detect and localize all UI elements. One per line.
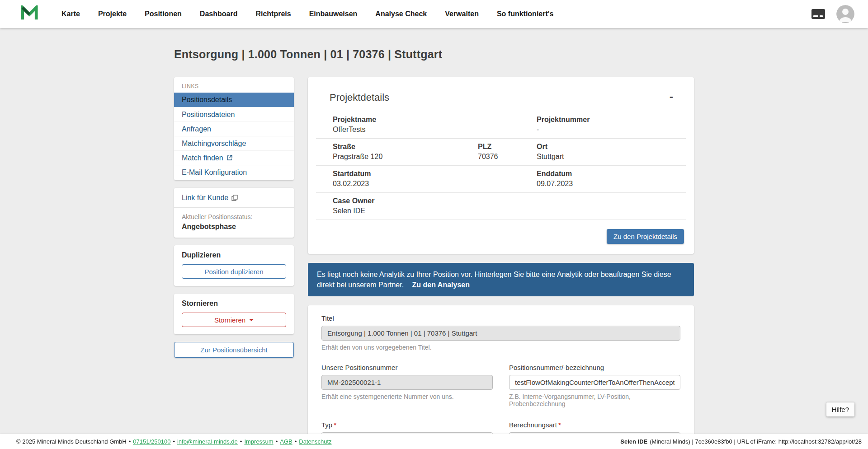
position-status-value: Angebotsphase [182, 223, 286, 231]
separator: • [173, 438, 175, 445]
stornieren-button[interactable]: Stornieren [182, 313, 286, 327]
sidebar-item-label: Positionsdetails [182, 96, 232, 104]
nav-item-einbauweisen[interactable]: Einbauweisen [309, 10, 358, 18]
zu-den-analysen-link[interactable]: Zu den Analysen [412, 281, 470, 289]
nav-item-so-funktionierts[interactable]: So funktioniert's [497, 10, 554, 18]
footer-impressum-link[interactable]: Impressum [244, 438, 273, 445]
positionsnummer-input[interactable] [321, 375, 493, 390]
main-panel: Projektdetails - Projektname OfferTests … [308, 77, 694, 449]
separator: • [295, 438, 297, 445]
user-avatar[interactable] [836, 5, 854, 23]
field-value: 70376 [478, 153, 537, 161]
berechnungsart-label-text: Berechnungsart [509, 421, 557, 429]
topbar-actions [811, 5, 854, 23]
field-value: OfferTests [333, 126, 478, 134]
field-value: - [537, 126, 686, 134]
page-content: Entsorgung | 1.000 Tonnen | 01 | 70376 |… [174, 28, 694, 449]
footer: © 2025 Mineral Minds Deutschland GmbH • … [0, 434, 868, 449]
required-asterisk: * [334, 421, 336, 429]
titel-input[interactable] [321, 326, 680, 341]
nav-item-richtpreis[interactable]: Richtpreis [255, 10, 291, 18]
sidebar: LINKS Positionsdetails Positionsdateien … [174, 77, 294, 358]
nav-item-analyse-check[interactable]: Analyse Check [375, 10, 427, 18]
field-value: Pragstraße 120 [333, 153, 478, 161]
zur-positionsuebersicht-button[interactable]: Zur Positionsübersicht [174, 342, 294, 358]
field-value: 09.07.2023 [537, 180, 686, 188]
sidebar-item-positionsdetails[interactable]: Positionsdetails [174, 93, 294, 107]
footer-agb-link[interactable]: AGB [280, 438, 292, 445]
table-row: Straße Pragstraße 120 PLZ 70376 Ort Stut… [316, 139, 686, 166]
customer-status-card: Link für Kunde Aktueller Positionsstatus… [174, 188, 294, 238]
nav-item-projekte[interactable]: Projekte [98, 10, 127, 18]
app-logo[interactable] [21, 5, 38, 23]
external-link-icon [226, 155, 232, 161]
customer-link[interactable]: Link für Kunde [182, 194, 238, 202]
page-title: Entsorgung | 1.000 Tonnen | 01 | 70376 |… [174, 48, 694, 61]
hilfe-button[interactable]: Hilfe? [826, 402, 854, 416]
sidebar-item-anfragen[interactable]: Anfragen [174, 122, 294, 136]
chevron-down-icon [249, 319, 254, 321]
projektdetails-card: Projektdetails - Projektname OfferTests … [308, 77, 694, 254]
sidebar-item-label: E-Mail Konfiguration [182, 168, 247, 177]
duplizieren-heading: Duplizieren [182, 251, 286, 259]
footer-phone-link[interactable]: 07151/250100 [133, 438, 170, 445]
project-fields-table: Projektname OfferTests Projektnummer - S… [316, 112, 686, 220]
bezeichnung-input[interactable] [509, 375, 680, 390]
field-label: Case Owner [333, 197, 478, 205]
banner-text: Es liegt noch keine Analytik zu Ihrer Po… [317, 271, 671, 289]
copy-icon [231, 195, 238, 201]
separator: • [276, 438, 278, 445]
footer-user-name: Selen IDE [620, 438, 647, 445]
divider [174, 207, 294, 208]
footer-email-link[interactable]: info@mineral-minds.de [177, 438, 238, 445]
logo-icon [21, 5, 38, 23]
field-value: Stuttgart [537, 153, 686, 161]
separator: • [129, 438, 131, 445]
top-navbar: Karte Projekte Positionen Dashboard Rich… [0, 0, 868, 28]
field-label: Startdatum [333, 170, 478, 178]
berechnungsart-label: Berechnungsart* [509, 421, 680, 429]
typ-label-text: Typ [321, 421, 332, 429]
nav-item-verwalten[interactable]: Verwalten [445, 10, 479, 18]
titel-label: Titel [321, 314, 680, 322]
field-label: PLZ [478, 143, 537, 151]
position-duplizieren-button[interactable]: Position duplizieren [182, 264, 286, 279]
main-nav: Karte Projekte Positionen Dashboard Rich… [61, 10, 554, 18]
console-icon[interactable] [811, 9, 826, 19]
nav-item-karte[interactable]: Karte [61, 10, 80, 18]
field-label: Projektnummer [537, 116, 686, 124]
footer-datenschutz-link[interactable]: Datenschutz [299, 438, 331, 445]
table-row: Projektname OfferTests Projektnummer - [316, 112, 686, 139]
field-label: Straße [333, 143, 478, 151]
nav-item-dashboard[interactable]: Dashboard [200, 10, 238, 18]
sidebar-item-matchingvorschlaege[interactable]: Matchingvorschläge [174, 136, 294, 150]
sidebar-item-label: Anfragen [182, 125, 211, 133]
zu-den-projektdetails-button[interactable]: Zu den Projektdetails [607, 229, 684, 244]
field-value: 03.02.2023 [333, 180, 478, 188]
sidebar-links-card: LINKS Positionsdetails Positionsdateien … [174, 77, 294, 180]
sidebar-item-match-finden[interactable]: Match finden [174, 150, 294, 165]
copyright-text: © 2025 Mineral Minds Deutschland GmbH [16, 438, 127, 445]
stornieren-heading: Stornieren [182, 299, 286, 308]
sidebar-item-email-konfiguration[interactable]: E-Mail Konfiguration [174, 165, 294, 179]
sidebar-item-label: Match finden [182, 154, 223, 162]
titel-helper: Erhält den von uns vorgegebenen Titel. [321, 344, 680, 351]
links-header: LINKS [174, 77, 294, 93]
required-asterisk: * [558, 421, 561, 429]
collapse-button[interactable]: - [670, 92, 673, 101]
separator: • [240, 438, 242, 445]
positionsnummer-label: Unsere Positionsnummer [321, 364, 493, 371]
positionsnummer-helper: Erhält eine systemgenerierte Nummer von … [321, 393, 493, 400]
stornieren-button-label: Stornieren [214, 316, 245, 324]
field-value: Selen IDE [333, 207, 478, 215]
analytik-info-banner: Es liegt noch keine Analytik zu Ihrer Po… [308, 263, 694, 296]
nav-item-positionen[interactable]: Positionen [145, 10, 182, 18]
position-status-label: Aktueller Positionsstatus: [182, 213, 286, 220]
table-row: Startdatum 03.02.2023 Enddatum 09.07.202… [316, 166, 686, 193]
duplizieren-card: Duplizieren Position duplizieren [174, 245, 294, 286]
sidebar-item-positionsdateien[interactable]: Positionsdateien [174, 107, 294, 122]
customer-link-label: Link für Kunde [182, 194, 228, 202]
sidebar-item-label: Positionsdateien [182, 111, 235, 119]
projektdetails-title: Projektdetails [330, 92, 389, 103]
stornieren-card: Stornieren Stornieren [174, 294, 294, 334]
